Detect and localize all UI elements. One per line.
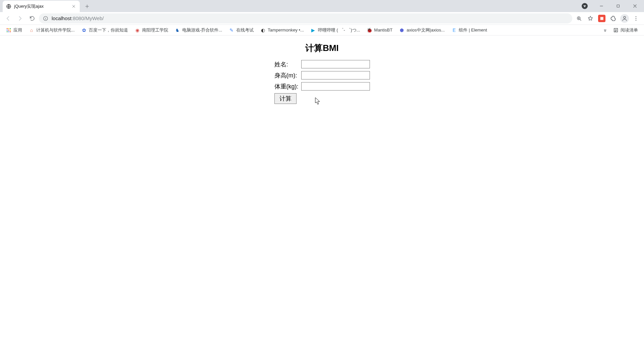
svg-rect-1 — [617, 5, 620, 7]
bookmark-label: axios中文网|axios... — [406, 27, 445, 33]
bookmark-label: MantisBT — [374, 27, 393, 33]
apps-icon — [6, 27, 11, 33]
bookmark-label: 哔哩哔哩 ( ゜- ゜)つ... — [318, 27, 360, 33]
bookmark-favicon-icon: ◐ — [260, 27, 266, 33]
svg-rect-14 — [7, 31, 8, 32]
svg-rect-9 — [8, 28, 9, 29]
svg-rect-12 — [8, 30, 9, 31]
bookmark-favicon-icon: E — [451, 27, 457, 33]
svg-rect-16 — [10, 31, 11, 32]
svg-rect-8 — [7, 28, 8, 29]
bookmark-label: 在线考试 — [236, 27, 254, 33]
field-label: 体重(kg): — [274, 81, 301, 92]
kebab-menu-icon[interactable] — [631, 13, 641, 24]
svg-point-6 — [636, 18, 636, 18]
bookmark-favicon-icon: ✿ — [81, 27, 87, 33]
forward-button[interactable] — [15, 13, 25, 24]
minimize-button[interactable] — [594, 1, 609, 11]
bookmark-favicon-icon: ◉ — [135, 27, 140, 33]
bookmark-favicon-icon: ♞ — [175, 27, 180, 33]
field-label: 姓名: — [274, 59, 301, 70]
url-text: localhost:8080/MyWeb/ — [52, 15, 568, 21]
tab-strip: jQuery实现ajax — [0, 0, 644, 12]
site-info-icon[interactable] — [43, 16, 48, 21]
bookmark-favicon-icon: 🐞 — [367, 27, 372, 33]
name-input[interactable] — [301, 60, 370, 68]
field-label: 身高(m): — [274, 70, 301, 81]
tab-title: jQuery实现ajax — [14, 3, 71, 9]
svg-point-7 — [636, 20, 636, 20]
page-title: 计算BMI — [305, 42, 339, 54]
zoom-icon[interactable] — [574, 13, 584, 24]
bookmark-label: 百度一下，你就知道 — [89, 27, 128, 33]
bookmark-item[interactable]: ♞电脑游戏-乔合软件... — [172, 26, 225, 35]
height-input[interactable] — [301, 71, 370, 79]
browser-tab[interactable]: jQuery实现ajax — [3, 1, 80, 12]
window-close-button[interactable] — [627, 1, 643, 11]
profile-avatar[interactable] — [619, 13, 630, 24]
bookmark-item[interactable]: ◉南阳理工学院 — [132, 26, 171, 35]
bookmark-favicon-icon: ⌂ — [29, 27, 34, 33]
bookmark-item[interactable]: 🐞MantisBT — [364, 26, 395, 34]
back-button[interactable] — [3, 13, 13, 24]
reading-list-icon — [613, 27, 619, 33]
svg-point-5 — [636, 16, 636, 17]
bookmark-label: 计算机与软件学院... — [36, 27, 75, 33]
bookmark-favicon-icon: ⬢ — [399, 27, 404, 33]
apps-shortcut[interactable]: 应用 — [3, 26, 25, 35]
bookmark-item[interactable]: ⌂计算机与软件学院... — [26, 26, 77, 35]
bookmark-item[interactable]: ▶哔哩哔哩 ( ゜- ゜)つ... — [308, 26, 363, 35]
svg-rect-11 — [7, 30, 8, 31]
bookmarks-bar: 应用 ⌂计算机与软件学院...✿百度一下，你就知道◉南阳理工学院♞电脑游戏-乔合… — [0, 25, 644, 36]
account-indicator-icon[interactable] — [577, 1, 592, 11]
window-controls — [577, 0, 644, 12]
maximize-button[interactable] — [610, 1, 626, 11]
reading-list-label: 阅读清单 — [621, 27, 638, 33]
toolbar: localhost:8080/MyWeb/ ▦ — [0, 12, 644, 25]
bookmark-label: 组件 | Element — [459, 27, 487, 33]
reload-button[interactable] — [27, 13, 38, 24]
svg-rect-15 — [8, 31, 9, 32]
close-tab-icon[interactable] — [71, 4, 76, 9]
bmi-form: 姓名:身高(m):体重(kg): 计算 — [274, 59, 371, 105]
bookmark-favicon-icon: ▶ — [311, 27, 316, 33]
svg-point-4 — [624, 16, 626, 18]
bookmark-item[interactable]: ✿百度一下，你就知道 — [79, 26, 131, 35]
weight-input[interactable] — [301, 82, 370, 91]
form-row: 身高(m): — [274, 70, 371, 81]
svg-rect-10 — [10, 28, 11, 29]
extension-item[interactable]: ▦ — [596, 13, 607, 24]
bookmark-item[interactable]: ⬢axios中文网|axios... — [396, 26, 447, 35]
globe-icon — [6, 4, 11, 9]
bookmarks-overflow-icon[interactable] — [601, 27, 609, 33]
calculate-button[interactable]: 计算 — [274, 93, 297, 104]
form-row: 体重(kg): — [274, 81, 371, 92]
address-bar[interactable]: localhost:8080/MyWeb/ — [39, 13, 572, 23]
bookmark-item[interactable]: ✎在线考试 — [226, 26, 256, 35]
bookmark-item[interactable]: E组件 | Element — [449, 26, 490, 35]
bookmark-favicon-icon: ✎ — [229, 27, 234, 33]
star-icon[interactable] — [585, 13, 596, 24]
bookmark-label: 南阳理工学院 — [142, 27, 168, 33]
svg-rect-13 — [10, 30, 11, 31]
new-tab-button[interactable] — [82, 2, 92, 11]
bookmark-item[interactable]: ◐Tampermonkey •... — [258, 26, 307, 34]
apps-label: 应用 — [13, 27, 22, 33]
bookmark-label: Tampermonkey •... — [268, 27, 304, 33]
form-row: 姓名: — [274, 59, 371, 70]
bookmark-label: 电脑游戏-乔合软件... — [182, 27, 222, 33]
extensions-icon[interactable] — [608, 13, 619, 24]
reading-list-button[interactable]: 阅读清单 — [610, 26, 641, 35]
page-viewport: 计算BMI 姓名:身高(m):体重(kg): 计算 — [0, 36, 644, 346]
